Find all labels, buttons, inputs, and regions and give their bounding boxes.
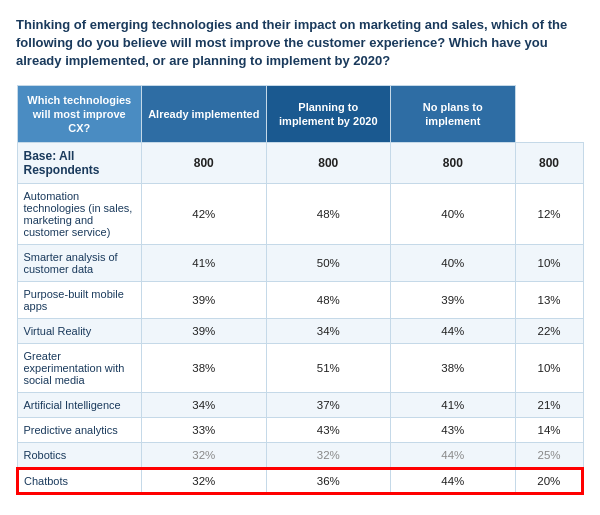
row-v3: 39% xyxy=(391,282,516,319)
row-v3: 44% xyxy=(391,468,516,494)
row-label: Automation technologies (in sales, marke… xyxy=(17,184,142,245)
row-label: Chatbots xyxy=(17,468,142,494)
table-row: Purpose-built mobile apps39%48%39%13% xyxy=(17,282,583,319)
table-row: Virtual Reality39%34%44%22% xyxy=(17,319,583,344)
row-v1: 39% xyxy=(142,319,267,344)
row-v4: 20% xyxy=(515,468,583,494)
row-v4: 10% xyxy=(515,344,583,393)
row-v1: 42% xyxy=(142,184,267,245)
row-v2: 48% xyxy=(266,184,391,245)
row-v4: 800 xyxy=(515,143,583,184)
row-label: Artificial Intelligence xyxy=(17,393,142,418)
data-table: Which technologies will most improve CX?… xyxy=(16,85,584,496)
row-v1: 41% xyxy=(142,245,267,282)
row-label: Virtual Reality xyxy=(17,319,142,344)
row-v4: 14% xyxy=(515,418,583,443)
row-v1: 32% xyxy=(142,443,267,469)
row-v4: 13% xyxy=(515,282,583,319)
question-text: Thinking of emerging technologies and th… xyxy=(16,16,584,71)
row-v1: 38% xyxy=(142,344,267,393)
row-label: Greater experimentation with social medi… xyxy=(17,344,142,393)
row-v2: 48% xyxy=(266,282,391,319)
table-row: Artificial Intelligence34%37%41%21% xyxy=(17,393,583,418)
row-v2: 36% xyxy=(266,468,391,494)
table-row: Smarter analysis of customer data41%50%4… xyxy=(17,245,583,282)
header-col3: Planning to implement by 2020 xyxy=(266,85,391,143)
row-v4: 22% xyxy=(515,319,583,344)
row-v2: 800 xyxy=(266,143,391,184)
row-v3: 800 xyxy=(391,143,516,184)
row-v4: 21% xyxy=(515,393,583,418)
row-label: Smarter analysis of customer data xyxy=(17,245,142,282)
header-col4: No plans to implement xyxy=(391,85,516,143)
row-v3: 41% xyxy=(391,393,516,418)
header-col1: Which technologies will most improve CX? xyxy=(17,85,142,143)
row-v2: 43% xyxy=(266,418,391,443)
row-v3: 38% xyxy=(391,344,516,393)
row-v3: 40% xyxy=(391,245,516,282)
header-col2: Already implemented xyxy=(142,85,267,143)
table-row: Automation technologies (in sales, marke… xyxy=(17,184,583,245)
table-row: Robotics32%32%44%25% xyxy=(17,443,583,469)
row-v2: 50% xyxy=(266,245,391,282)
row-v4: 12% xyxy=(515,184,583,245)
table-row: Base: All Respondents800800800800 xyxy=(17,143,583,184)
row-v1: 800 xyxy=(142,143,267,184)
row-v1: 34% xyxy=(142,393,267,418)
table-row: Predictive analytics33%43%43%14% xyxy=(17,418,583,443)
row-v2: 37% xyxy=(266,393,391,418)
row-v2: 51% xyxy=(266,344,391,393)
row-v1: 33% xyxy=(142,418,267,443)
table-row: Greater experimentation with social medi… xyxy=(17,344,583,393)
row-v2: 34% xyxy=(266,319,391,344)
row-v3: 43% xyxy=(391,418,516,443)
row-v1: 39% xyxy=(142,282,267,319)
row-v1: 32% xyxy=(142,468,267,494)
row-label: Base: All Respondents xyxy=(17,143,142,184)
row-v4: 25% xyxy=(515,443,583,469)
row-label: Robotics xyxy=(17,443,142,469)
row-v3: 44% xyxy=(391,443,516,469)
row-v2: 32% xyxy=(266,443,391,469)
row-v4: 10% xyxy=(515,245,583,282)
row-label: Purpose-built mobile apps xyxy=(17,282,142,319)
row-label: Predictive analytics xyxy=(17,418,142,443)
row-v3: 40% xyxy=(391,184,516,245)
table-row: Chatbots32%36%44%20% xyxy=(17,468,583,494)
row-v3: 44% xyxy=(391,319,516,344)
